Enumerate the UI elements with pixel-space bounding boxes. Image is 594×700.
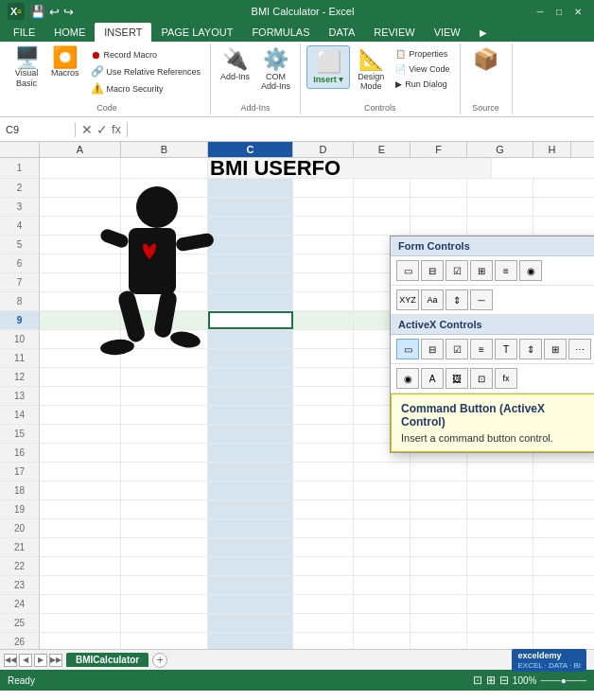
cell-f18[interactable] bbox=[411, 481, 467, 499]
cell-e18[interactable] bbox=[354, 481, 411, 499]
row-num-1[interactable]: 1 bbox=[0, 158, 40, 179]
source-button[interactable]: 📦 bbox=[469, 45, 502, 74]
cell-d7[interactable] bbox=[293, 273, 354, 291]
row-num-21[interactable]: 21 bbox=[0, 538, 40, 557]
cell-f19[interactable] bbox=[411, 500, 467, 518]
cell-a20[interactable] bbox=[40, 519, 121, 537]
nav-prev-sheet[interactable]: ◀ bbox=[19, 654, 32, 667]
cell-d21[interactable] bbox=[293, 538, 354, 556]
cell-f3[interactable] bbox=[411, 198, 467, 216]
undo-icon[interactable]: ↩ bbox=[49, 5, 60, 19]
cell-a16[interactable] bbox=[40, 444, 121, 462]
scrollbar-control[interactable]: ⇕ bbox=[446, 289, 468, 310]
cell-e17[interactable] bbox=[354, 463, 411, 481]
cell-e3[interactable] bbox=[354, 198, 411, 216]
cell-g22[interactable] bbox=[467, 557, 533, 575]
cell-f20[interactable] bbox=[411, 519, 467, 537]
cell-a18[interactable] bbox=[40, 481, 121, 499]
cell-a7[interactable] bbox=[40, 273, 121, 291]
cell-b20[interactable] bbox=[121, 519, 208, 537]
activex-optionbtn[interactable]: ◉ bbox=[396, 368, 419, 389]
activex-combo[interactable]: ⊟ bbox=[421, 339, 444, 359]
row-num-16[interactable]: 16 bbox=[0, 444, 40, 463]
cell-d19[interactable] bbox=[293, 500, 354, 518]
cell-b3[interactable] bbox=[121, 198, 208, 216]
cell-c17[interactable] bbox=[208, 463, 293, 481]
cell-c10[interactable] bbox=[208, 330, 293, 348]
activex-button-control[interactable]: ▭ bbox=[396, 339, 419, 359]
cell-b5[interactable] bbox=[121, 236, 208, 254]
row-num-2[interactable]: 2 bbox=[0, 179, 40, 198]
cell-a23[interactable] bbox=[40, 576, 121, 594]
cell-d26[interactable] bbox=[293, 633, 354, 649]
cell-a5[interactable] bbox=[40, 236, 121, 254]
cell-d2[interactable] bbox=[293, 179, 354, 197]
cell-a12[interactable] bbox=[40, 368, 121, 386]
row-num-22[interactable]: 22 bbox=[0, 557, 40, 576]
cell-a17[interactable] bbox=[40, 463, 121, 481]
cell-c2[interactable] bbox=[208, 179, 293, 197]
cell-b1[interactable] bbox=[121, 158, 208, 178]
view-pagelayout-icon[interactable]: ⊟ bbox=[499, 674, 509, 687]
close-button[interactable]: ✕ bbox=[569, 5, 586, 18]
cell-g23[interactable] bbox=[467, 576, 533, 594]
design-mode-button[interactable]: 📐 DesignMode bbox=[354, 45, 388, 93]
cell-e4[interactable] bbox=[354, 217, 411, 235]
cell-d6[interactable] bbox=[293, 254, 354, 272]
cell-e20[interactable] bbox=[354, 519, 411, 537]
cell-c25[interactable] bbox=[208, 614, 293, 632]
cell-f2[interactable] bbox=[411, 179, 467, 197]
tab-home[interactable]: HOME bbox=[44, 23, 95, 42]
cell-a24[interactable] bbox=[40, 595, 121, 613]
cell-a9[interactable] bbox=[40, 311, 121, 329]
cell-f25[interactable] bbox=[411, 614, 467, 632]
row-num-7[interactable]: 7 bbox=[0, 273, 40, 292]
run-dialog-button[interactable]: ▶ Run Dialog bbox=[392, 78, 453, 91]
formula-function-icon[interactable]: fx bbox=[112, 122, 121, 136]
cell-f17[interactable] bbox=[411, 463, 467, 481]
name-box[interactable]: C9 bbox=[0, 122, 76, 137]
cell-a2[interactable] bbox=[40, 179, 121, 197]
cell-b10[interactable] bbox=[121, 330, 208, 348]
cell-a4[interactable] bbox=[40, 217, 121, 235]
combo-control[interactable]: ⊟ bbox=[421, 260, 444, 281]
cell-g3[interactable] bbox=[467, 198, 533, 216]
cell-c7[interactable] bbox=[208, 273, 293, 291]
cell-b7[interactable] bbox=[121, 273, 208, 291]
row-num-5[interactable]: 5 bbox=[0, 236, 40, 254]
redo-icon[interactable]: ↪ bbox=[63, 5, 74, 19]
cell-g19[interactable] bbox=[467, 500, 533, 518]
cell-a10[interactable] bbox=[40, 330, 121, 348]
listbox-control[interactable]: ≡ bbox=[495, 260, 517, 281]
zoom-slider[interactable]: ───●─── bbox=[540, 675, 586, 686]
cell-g18[interactable] bbox=[467, 481, 533, 499]
formula-cancel-icon[interactable]: ✕ bbox=[81, 122, 93, 137]
cell-f23[interactable] bbox=[411, 576, 467, 594]
cell-c11[interactable] bbox=[208, 349, 293, 367]
row-num-15[interactable]: 15 bbox=[0, 425, 40, 444]
cell-c19[interactable] bbox=[208, 500, 293, 518]
cell-b2[interactable] bbox=[121, 179, 208, 197]
col-header-g[interactable]: G bbox=[467, 142, 533, 157]
trackbar-control[interactable]: ─ bbox=[470, 289, 493, 310]
cell-b12[interactable] bbox=[121, 368, 208, 386]
cell-d20[interactable] bbox=[293, 519, 354, 537]
tab-file[interactable]: FILE bbox=[4, 23, 44, 42]
label-control[interactable]: Aa bbox=[421, 289, 444, 310]
cell-a6[interactable] bbox=[40, 254, 121, 272]
cell-c12[interactable] bbox=[208, 368, 293, 386]
cell-g26[interactable] bbox=[467, 633, 533, 649]
cell-c26[interactable] bbox=[208, 633, 293, 649]
cell-c20[interactable] bbox=[208, 519, 293, 537]
cell-f22[interactable] bbox=[411, 557, 467, 575]
activex-listbox[interactable]: ≡ bbox=[470, 339, 493, 359]
col-header-a[interactable]: A bbox=[40, 142, 121, 157]
cell-g20[interactable] bbox=[467, 519, 533, 537]
cell-a3[interactable] bbox=[40, 198, 121, 216]
cell-c24[interactable] bbox=[208, 595, 293, 613]
cell-e24[interactable] bbox=[354, 595, 411, 613]
cell-b6[interactable] bbox=[121, 254, 208, 272]
activex-spinner[interactable]: ⊞ bbox=[544, 339, 567, 359]
cell-a1[interactable] bbox=[40, 158, 121, 178]
cell-f21[interactable] bbox=[411, 538, 467, 556]
